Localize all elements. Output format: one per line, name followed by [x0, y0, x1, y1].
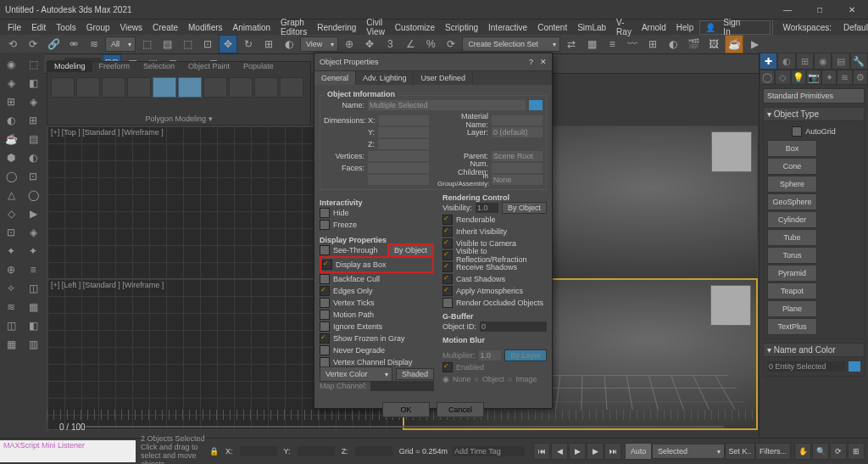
tab-modeling[interactable]: Modeling — [47, 60, 92, 72]
select-rotate-icon[interactable]: ↻ — [239, 35, 258, 53]
tab-user-defined[interactable]: User Defined — [414, 71, 473, 85]
menu-item[interactable]: Arnold — [637, 23, 670, 32]
schematic-icon[interactable]: ≋ — [85, 35, 103, 53]
menu-item[interactable]: Scripting — [441, 23, 482, 32]
ignoreext-checkbox[interactable] — [320, 321, 330, 332]
prim-tube[interactable]: Tube — [767, 229, 817, 246]
rail-icon[interactable]: ▦ — [3, 336, 19, 353]
menu-item[interactable]: Views — [116, 23, 147, 32]
seethrough-checkbox[interactable] — [320, 245, 330, 255]
create-tab-icon[interactable]: ✚ — [760, 53, 777, 70]
autogrid-checkbox[interactable] — [792, 126, 802, 137]
rail-icon[interactable]: ◧ — [25, 317, 42, 334]
ribbon-btn[interactable] — [229, 77, 253, 98]
orbit-icon[interactable]: ⟳ — [830, 443, 847, 460]
goto-start-icon[interactable]: ⏮ — [533, 443, 550, 460]
rail-icon[interactable]: ▶ — [25, 205, 42, 222]
mapchan-value[interactable] — [370, 381, 434, 391]
close-icon[interactable]: ✕ — [540, 58, 547, 66]
filters-button[interactable]: Filters... — [755, 443, 791, 460]
ribbon-btn[interactable] — [51, 77, 75, 98]
rail-icon[interactable]: ≡ — [25, 261, 42, 278]
mirror-icon[interactable]: ⇄ — [562, 35, 581, 53]
minimize-button[interactable]: — — [771, 0, 804, 19]
neverdeg-checkbox[interactable] — [320, 345, 330, 355]
display-tab-icon[interactable]: ▤ — [832, 53, 849, 70]
redo-icon[interactable]: ⟳ — [24, 35, 42, 53]
motion-tab-icon[interactable]: ◉ — [814, 53, 832, 70]
hide-checkbox[interactable] — [320, 208, 330, 218]
menu-item[interactable]: Animation — [229, 23, 275, 32]
x-input[interactable] — [240, 446, 277, 456]
slider-track[interactable] — [86, 426, 724, 428]
menu-item[interactable]: Civil View — [362, 18, 389, 36]
material-editor-icon[interactable]: ◐ — [664, 35, 682, 53]
select-place-icon[interactable]: ◐ — [280, 35, 298, 53]
prim-plane[interactable]: Plane — [767, 300, 817, 317]
goto-end-icon[interactable]: ⏭ — [604, 443, 621, 460]
schematic2-icon[interactable]: ⊞ — [643, 35, 662, 53]
curve-editor-icon[interactable]: 〰 — [623, 35, 642, 53]
rollout-header[interactable]: ▾ Name and Color — [764, 344, 864, 357]
rail-icon[interactable]: ✦ — [25, 243, 42, 260]
selection-filter[interactable]: All — [105, 36, 136, 52]
zoom-icon[interactable]: 🔍 — [812, 443, 829, 460]
geometry-icon[interactable]: ◯ — [760, 70, 775, 85]
prim-sphere[interactable]: Sphere — [767, 176, 817, 193]
ribbon-btn[interactable] — [280, 77, 303, 98]
prim-cylinder[interactable]: Cylinder — [767, 211, 817, 228]
by-object-button-2[interactable]: By Object — [502, 202, 547, 214]
by-object-button[interactable]: By Object — [387, 243, 434, 257]
prim-torus[interactable]: Torus — [767, 247, 817, 264]
menu-item[interactable]: Edit — [27, 23, 50, 32]
ribbon-btn[interactable] — [102, 77, 125, 98]
modify-tab-icon[interactable]: ◐ — [777, 53, 795, 70]
pivot-icon[interactable]: ⊕ — [340, 35, 359, 53]
snap-icon[interactable]: 3 — [381, 35, 399, 53]
tab-freeform[interactable]: Freeform — [92, 60, 137, 72]
shapes-icon[interactable]: ◇ — [775, 70, 790, 85]
menu-item[interactable]: Interactive — [484, 23, 531, 32]
rail-icon[interactable]: ◈ — [3, 75, 19, 92]
menu-item[interactable]: V-Ray — [612, 18, 636, 36]
systems-icon[interactable]: ⚙ — [853, 70, 868, 85]
select-move-icon[interactable]: ✥ — [219, 35, 237, 53]
prev-frame-icon[interactable]: ◀ — [551, 443, 568, 460]
rail-icon[interactable]: ◐ — [25, 149, 42, 166]
menu-item[interactable]: Content — [533, 23, 571, 32]
showfrozen-checkbox[interactable] — [320, 333, 330, 344]
workspaces-selector[interactable]: Workspaces: Default ▾ — [772, 20, 868, 35]
vistocam-checkbox[interactable] — [442, 238, 453, 249]
tab-general[interactable]: General — [314, 71, 356, 85]
recvshad-checkbox[interactable] — [442, 262, 453, 272]
traj-checkbox[interactable] — [320, 310, 330, 320]
help-icon[interactable]: ? — [529, 58, 533, 66]
autokey-button[interactable]: Auto — [625, 443, 652, 460]
rail-icon[interactable]: ⊞ — [3, 93, 19, 110]
tab-objectpaint[interactable]: Object Paint — [181, 60, 236, 72]
close-button[interactable]: ✕ — [836, 0, 868, 19]
undo-icon[interactable]: ⟲ — [3, 35, 22, 53]
rail-icon[interactable]: ⬢ — [3, 149, 19, 166]
objid-value[interactable]: 0 — [480, 321, 547, 332]
unlink-icon[interactable]: ⚮ — [64, 35, 83, 53]
z-input[interactable] — [355, 446, 392, 456]
inhvis-checkbox[interactable] — [442, 226, 453, 237]
tab-selection[interactable]: Selection — [136, 60, 181, 72]
display-as-box-checkbox[interactable] — [322, 260, 332, 270]
play-icon[interactable]: ▶ — [569, 443, 586, 460]
select-icon[interactable]: ⬚ — [137, 35, 156, 53]
select-rect-icon[interactable]: ⬚ — [178, 35, 197, 53]
ok-button[interactable]: OK — [382, 402, 430, 417]
menu-item[interactable]: Tools — [52, 23, 80, 32]
align-icon[interactable]: ▦ — [582, 35, 601, 53]
rail-icon[interactable]: ◉ — [3, 56, 19, 73]
maximize-viewport-icon[interactable]: ⊞ — [848, 443, 865, 460]
primitives-dropdown[interactable]: Standard Primitives — [763, 88, 865, 103]
setkey-button[interactable]: Set K.. — [725, 443, 755, 460]
by-layer-button[interactable]: By Layer — [504, 349, 547, 361]
rail-icon[interactable]: ⊡ — [3, 224, 19, 241]
helpers-icon[interactable]: ✦ — [821, 70, 837, 85]
menu-item[interactable]: Create — [148, 23, 182, 32]
window-crossing-icon[interactable]: ⊡ — [198, 35, 217, 53]
